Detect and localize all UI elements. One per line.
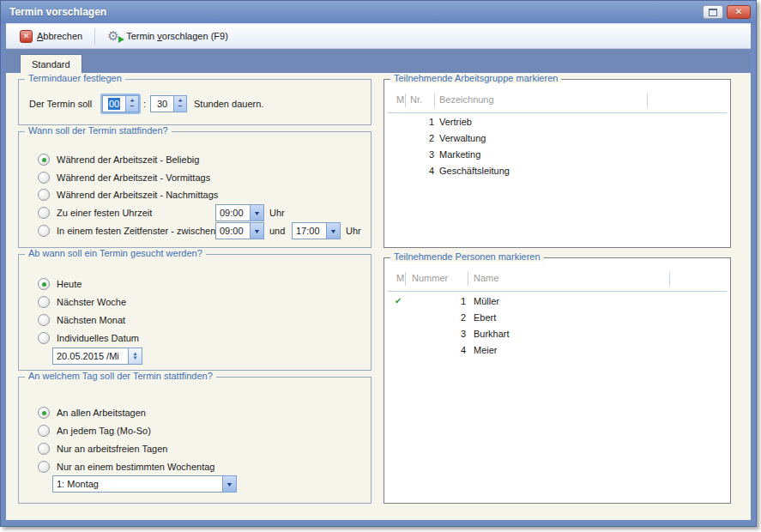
radio-icon[interactable]	[38, 332, 50, 344]
radio-icon[interactable]	[38, 278, 50, 290]
minutes-field[interactable]: 30	[150, 95, 173, 112]
radio-individual-date[interactable]: Individuelles Datum	[38, 329, 139, 347]
minutes-spin-buttons[interactable]: + −	[173, 95, 187, 112]
close-button[interactable]: ✕	[727, 5, 751, 19]
window-from-value[interactable]: 09:00	[215, 222, 250, 239]
main-panel: Termindauer festlegen Der Termin soll 00…	[6, 73, 751, 520]
radio-fixed-time[interactable]: Zu einer festen Uhrzeit	[38, 204, 152, 221]
table-row[interactable]: Geschäftsleitung	[439, 166, 510, 176]
group-start-title: Ab wann soll ein Termin gesucht werden?	[25, 248, 206, 258]
table-row[interactable]: Vertrieb	[439, 117, 472, 127]
cancel-button-label: Abbrechen	[37, 31, 82, 41]
dropdown-button[interactable]: ▼	[326, 222, 341, 239]
table-row[interactable]: 1	[423, 296, 466, 306]
table-row[interactable]: Marketing	[439, 149, 480, 160]
hours-field[interactable]: 00	[102, 95, 125, 112]
window-title: Termin vorschlagen	[9, 6, 106, 18]
radio-today[interactable]: Heute	[38, 275, 82, 293]
dialog-window: Termin vorschlagen ✕ ✕ Abbrechen ⚙ Termi…	[0, 0, 757, 527]
radio-worktime-any[interactable]: Während der Arbeitszeit - Beliebig	[38, 151, 199, 168]
radio-icon[interactable]	[38, 425, 50, 437]
window-und-label: und	[269, 226, 285, 236]
date-value[interactable]: 20.05.2015 /Mi	[52, 348, 128, 365]
radio-icon[interactable]	[38, 154, 50, 166]
dropdown-button[interactable]: ▼	[250, 204, 264, 221]
col-header-m[interactable]: M	[396, 273, 404, 283]
table-row[interactable]: Burkhart	[474, 329, 510, 339]
propose-button-label: Termin vorschlagen (F9)	[126, 31, 228, 41]
col-header-m[interactable]: M	[396, 94, 404, 105]
persons-table: M Nummer Name ✔ 1 Müller 2 Ebert 3 Burkh…	[384, 258, 730, 503]
group-persons: Teilnehmende Personen markieren M Nummer…	[384, 257, 731, 504]
radio-icon[interactable]	[38, 296, 50, 308]
group-day: An welchem Tag soll der Termin stattfind…	[18, 377, 371, 504]
minus-icon: −	[130, 104, 135, 109]
date-editor[interactable]: 20.05.2015 /Mi ▲ ▼	[52, 348, 142, 365]
window-from-combo[interactable]: 09:00 ▼	[215, 222, 264, 239]
minutes-spinner[interactable]: 30 + −	[150, 95, 187, 112]
tab-standard[interactable]: Standard	[20, 54, 82, 73]
radio-next-month[interactable]: Nächsten Monat	[38, 311, 125, 329]
table-row[interactable]: Meier	[474, 345, 498, 355]
close-icon: ✕	[735, 8, 742, 16]
col-header-name[interactable]: Name	[474, 273, 498, 283]
duration-suffix-label: Stunden dauern.	[194, 99, 263, 109]
weekday-combo[interactable]: 1: Montag ▼	[52, 475, 237, 493]
fixed-time-combo[interactable]: 09:00 ▼	[215, 204, 264, 221]
window-to-value[interactable]: 17:00	[292, 222, 326, 239]
group-when: Wann soll der Termin stattfinden? Währen…	[18, 131, 371, 248]
radio-worktime-morning[interactable]: Während der Arbeitszeit - Vormittags	[38, 169, 210, 186]
group-duration-title: Termindauer festlegen	[25, 73, 125, 83]
radio-icon[interactable]	[38, 207, 50, 219]
radio-specific-weekday[interactable]: Nur an einem bestimmten Wochentag	[38, 458, 214, 475]
table-row[interactable]: Verwaltung	[439, 133, 486, 143]
table-row[interactable]: 3	[407, 149, 434, 160]
col-header-nr[interactable]: Nr.	[410, 94, 422, 105]
toolbar: ✕ Abbrechen ⚙ Termin vorschlagen (F9)	[6, 24, 751, 49]
weekday-value[interactable]: 1: Montag	[52, 475, 222, 493]
table-row[interactable]: 1	[407, 117, 434, 127]
group-start: Ab wann soll ein Termin gesucht werden? …	[18, 254, 371, 371]
table-row[interactable]: Ebert	[474, 312, 496, 323]
fixed-time-value[interactable]: 09:00	[215, 204, 250, 221]
window-uhr-label: Uhr	[346, 226, 361, 236]
cancel-button[interactable]: ✕ Abbrechen	[15, 28, 88, 45]
radio-icon[interactable]	[38, 461, 50, 473]
hours-spin-buttons[interactable]: + −	[125, 95, 139, 112]
table-row[interactable]: 4	[423, 345, 466, 355]
cancel-x-icon: ✕	[20, 30, 33, 43]
minimize-button[interactable]	[703, 5, 723, 19]
col-header-nummer[interactable]: Nummer	[412, 273, 448, 283]
table-row[interactable]: 2	[407, 133, 434, 143]
titlebar[interactable]: Termin vorschlagen ✕	[1, 1, 756, 23]
table-row[interactable]: 4	[407, 166, 434, 176]
radio-time-window[interactable]: In einem festen Zeitfenster - zwischen	[38, 222, 215, 239]
dropdown-button[interactable]: ▼	[250, 222, 264, 239]
radio-worktime-afternoon[interactable]: Während der Arbeitszeit - Nachmittags	[38, 186, 218, 203]
radio-icon[interactable]	[38, 225, 50, 237]
radio-all-workdays[interactable]: An allen Arbeitstagen	[38, 404, 146, 421]
dropdown-button[interactable]: ▼	[222, 475, 237, 493]
group-duration: Termindauer festlegen Der Termin soll 00…	[18, 79, 371, 125]
check-icon[interactable]: ✔	[395, 296, 402, 305]
table-row[interactable]: 2	[423, 312, 466, 323]
radio-icon[interactable]	[38, 172, 50, 184]
chevron-down-icon: ▼	[329, 228, 337, 234]
window-to-combo[interactable]: 17:00 ▼	[292, 222, 341, 239]
radio-every-day[interactable]: An jedem Tag (Mo-So)	[38, 422, 151, 439]
propose-appointment-button[interactable]: ⚙ Termin vorschlagen (F9)	[102, 27, 233, 45]
radio-icon[interactable]	[38, 407, 50, 419]
group-workgroups: Teilnehmende Arbeitsgruppe markieren M N…	[384, 79, 731, 248]
toolbar-separator	[94, 28, 95, 45]
radio-free-days[interactable]: Nur an arbeitsfreien Tagen	[38, 440, 167, 457]
radio-icon[interactable]	[38, 189, 50, 201]
col-header-bezeichnung[interactable]: Bezeichnung	[439, 94, 494, 105]
radio-next-week[interactable]: Nächster Woche	[38, 293, 126, 311]
client-area: ✕ Abbrechen ⚙ Termin vorschlagen (F9) St…	[6, 23, 751, 520]
table-row[interactable]: Müller	[474, 296, 499, 306]
radio-icon[interactable]	[38, 443, 50, 455]
radio-icon[interactable]	[38, 314, 50, 326]
hours-spinner[interactable]: 00 + −	[102, 95, 139, 112]
table-row[interactable]: 3	[423, 329, 466, 339]
date-updown-button[interactable]: ▲ ▼	[128, 348, 142, 365]
